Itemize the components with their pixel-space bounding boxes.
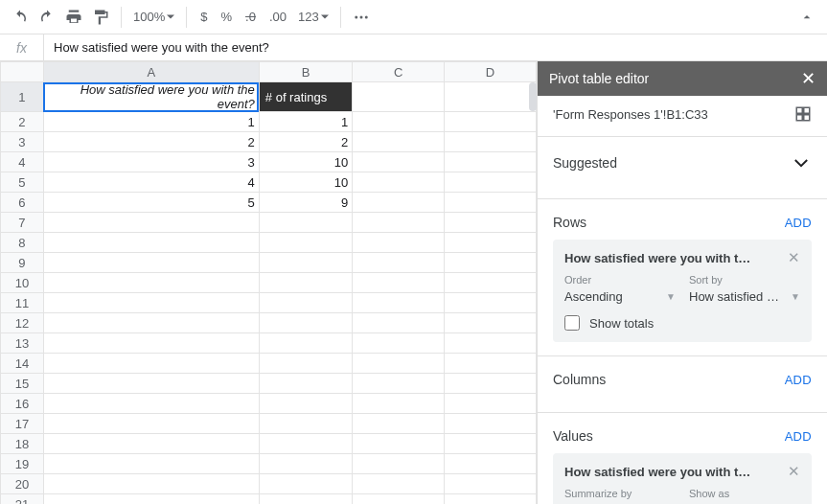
zoom-dropdown[interactable]: 100% — [129, 10, 178, 24]
cell-c18[interactable] — [353, 434, 445, 454]
cell-a8[interactable] — [43, 233, 259, 253]
row-header-18[interactable]: 18 — [1, 434, 44, 454]
rows-field-remove-button[interactable]: ✕ — [788, 249, 800, 266]
row-header-3[interactable]: 3 — [1, 132, 44, 152]
cell-b11[interactable] — [259, 293, 352, 313]
cell-d15[interactable] — [445, 374, 537, 394]
cell-b18[interactable] — [259, 434, 352, 454]
row-header-20[interactable]: 20 — [1, 474, 44, 494]
cell-b7[interactable] — [259, 213, 352, 233]
values-field-remove-button[interactable]: ✕ — [788, 463, 800, 480]
vertical-scrollbar[interactable] — [529, 82, 537, 111]
row-header-2[interactable]: 2 — [1, 112, 44, 132]
undo-button[interactable] — [8, 5, 33, 30]
cell-a5[interactable]: 4 — [43, 172, 259, 193]
cell-a6[interactable]: 5 — [43, 193, 259, 213]
column-header-a[interactable]: A — [43, 62, 259, 82]
cell-a1[interactable]: How satisfied were you with the event? — [43, 82, 259, 112]
cell-d21[interactable] — [445, 494, 537, 505]
cell-a10[interactable] — [43, 273, 259, 293]
cell-a16[interactable] — [43, 394, 259, 414]
cell-d13[interactable] — [445, 333, 537, 354]
close-pivot-editor-button[interactable]: ✕ — [801, 70, 816, 87]
cell-a17[interactable] — [43, 414, 259, 434]
paint-format-button[interactable] — [88, 5, 113, 30]
row-header-13[interactable]: 13 — [1, 333, 44, 354]
columns-add-button[interactable]: ADD — [785, 373, 812, 387]
cell-a18[interactable] — [43, 434, 259, 454]
cell-c17[interactable] — [353, 414, 445, 434]
cell-b16[interactable] — [259, 394, 352, 414]
cell-c6[interactable] — [353, 193, 445, 213]
rows-add-button[interactable]: ADD — [785, 216, 812, 230]
suggested-toggle[interactable] — [791, 152, 812, 173]
spreadsheet[interactable]: ABCD1How satisfied were you with the eve… — [0, 61, 537, 504]
row-header-1[interactable]: 1 — [1, 82, 44, 112]
rows-order-dropdown[interactable]: Ascending▼ — [564, 289, 676, 304]
column-header-b[interactable]: B — [259, 62, 352, 82]
cell-c16[interactable] — [353, 394, 445, 414]
row-header-10[interactable]: 10 — [1, 273, 44, 293]
row-header-9[interactable]: 9 — [1, 253, 44, 273]
cell-d18[interactable] — [445, 434, 537, 454]
cell-d2[interactable] — [445, 112, 537, 132]
cell-b12[interactable] — [259, 313, 352, 333]
row-header-7[interactable]: 7 — [1, 213, 44, 233]
column-header-d[interactable]: D — [445, 62, 537, 82]
cell-d9[interactable] — [445, 253, 537, 273]
cell-c4[interactable] — [353, 152, 445, 172]
redo-button[interactable] — [34, 5, 59, 30]
rows-show-totals-input[interactable] — [564, 315, 580, 331]
cell-c21[interactable] — [353, 494, 445, 505]
row-header-14[interactable]: 14 — [1, 354, 44, 374]
values-add-button[interactable]: ADD — [785, 429, 812, 444]
cell-b4[interactable]: 10 — [259, 152, 352, 172]
cell-a7[interactable] — [43, 213, 259, 233]
cell-b6[interactable]: 9 — [259, 193, 352, 213]
cell-a15[interactable] — [43, 374, 259, 394]
decrease-decimal-button[interactable]: .0 — [240, 10, 262, 24]
cell-a2[interactable]: 1 — [43, 112, 259, 132]
cell-d1[interactable] — [445, 82, 537, 112]
cell-a9[interactable] — [43, 253, 259, 273]
cell-c5[interactable] — [353, 172, 445, 193]
cell-d14[interactable] — [445, 354, 537, 374]
cell-c11[interactable] — [353, 293, 445, 313]
cell-a21[interactable] — [43, 494, 259, 505]
cell-b2[interactable]: 1 — [259, 112, 352, 132]
cell-b19[interactable] — [259, 454, 352, 474]
cell-c2[interactable] — [353, 112, 445, 132]
corner-cell[interactable] — [1, 62, 44, 82]
row-header-16[interactable]: 16 — [1, 394, 44, 414]
row-header-21[interactable]: 21 — [1, 494, 44, 505]
cell-d11[interactable] — [445, 293, 537, 313]
row-header-12[interactable]: 12 — [1, 313, 44, 333]
number-format-dropdown[interactable]: 123 — [294, 10, 333, 24]
row-header-6[interactable]: 6 — [1, 193, 44, 213]
cell-b13[interactable] — [259, 333, 352, 354]
cell-c20[interactable] — [353, 474, 445, 494]
cell-d4[interactable] — [445, 152, 537, 172]
cell-a13[interactable] — [43, 333, 259, 354]
print-button[interactable] — [61, 5, 86, 30]
row-header-8[interactable]: 8 — [1, 233, 44, 253]
formula-input[interactable]: How satisfied were you with the event? — [44, 34, 827, 60]
more-tools-button[interactable] — [349, 5, 374, 30]
collapse-toolbar-button[interactable] — [794, 5, 819, 30]
cell-a12[interactable] — [43, 313, 259, 333]
cell-b3[interactable]: 2 — [259, 132, 352, 152]
select-range-button[interactable] — [794, 105, 812, 123]
cell-b1[interactable]: # of ratings — [259, 82, 352, 112]
cell-b10[interactable] — [259, 273, 352, 293]
cell-d12[interactable] — [445, 313, 537, 333]
cell-a3[interactable]: 2 — [43, 132, 259, 152]
cell-a11[interactable] — [43, 293, 259, 313]
rows-sortby-dropdown[interactable]: How satisfied …▼ — [689, 289, 800, 304]
cell-a14[interactable] — [43, 354, 259, 374]
cell-c14[interactable] — [353, 354, 445, 374]
row-header-17[interactable]: 17 — [1, 414, 44, 434]
cell-b5[interactable]: 10 — [259, 172, 352, 193]
cell-c12[interactable] — [353, 313, 445, 333]
cell-c10[interactable] — [353, 273, 445, 293]
row-header-15[interactable]: 15 — [1, 374, 44, 394]
